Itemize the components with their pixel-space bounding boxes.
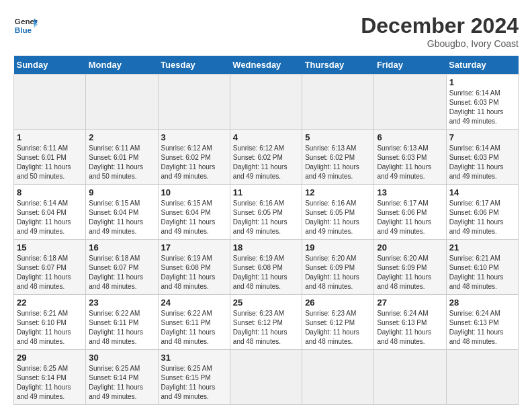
day-detail: Sunrise: 6:12 AMSunset: 6:02 PMDaylight:… <box>161 144 227 181</box>
calendar-table: SundayMondayTuesdayWednesdayThursdayFrid… <box>13 56 519 405</box>
calendar-cell: 29Sunrise: 6:25 AMSunset: 6:14 PMDayligh… <box>14 350 86 405</box>
day-detail: Sunrise: 6:13 AMSunset: 6:02 PMDaylight:… <box>305 144 371 181</box>
calendar-cell: 21Sunrise: 6:21 AMSunset: 6:10 PMDayligh… <box>446 240 518 295</box>
calendar-cell: 22Sunrise: 6:21 AMSunset: 6:10 PMDayligh… <box>14 295 86 350</box>
calendar-cell <box>446 350 518 405</box>
day-number: 19 <box>305 242 371 253</box>
day-number: 31 <box>161 353 227 363</box>
day-number: 1 <box>449 77 515 87</box>
calendar-cell: 5Sunrise: 6:13 AMSunset: 6:02 PMDaylight… <box>302 130 374 185</box>
calendar-cell: 25Sunrise: 6:23 AMSunset: 6:12 PMDayligh… <box>230 295 302 350</box>
day-number: 11 <box>233 187 299 197</box>
day-number: 17 <box>161 242 227 253</box>
calendar-cell: 3Sunrise: 6:12 AMSunset: 6:02 PMDaylight… <box>158 130 230 185</box>
calendar-cell: 11Sunrise: 6:16 AMSunset: 6:05 PMDayligh… <box>230 185 302 240</box>
day-number: 4 <box>233 132 299 142</box>
day-number: 18 <box>233 242 299 253</box>
day-number: 9 <box>89 187 154 197</box>
calendar-cell: 16Sunrise: 6:18 AMSunset: 6:07 PMDayligh… <box>86 240 158 295</box>
calendar-cell: 1Sunrise: 6:14 AMSunset: 6:03 PMDaylight… <box>446 75 518 130</box>
day-detail: Sunrise: 6:15 AMSunset: 6:04 PMDaylight:… <box>161 199 227 236</box>
calendar-cell <box>14 75 86 130</box>
calendar-cell: 7Sunrise: 6:14 AMSunset: 6:03 PMDaylight… <box>446 130 518 185</box>
week-row-2: 1Sunrise: 6:11 AMSunset: 6:01 PMDaylight… <box>14 130 519 185</box>
day-detail: Sunrise: 6:25 AMSunset: 6:14 PMDaylight:… <box>17 364 83 402</box>
week-row-4: 15Sunrise: 6:18 AMSunset: 6:07 PMDayligh… <box>14 240 519 295</box>
calendar-cell: 13Sunrise: 6:17 AMSunset: 6:06 PMDayligh… <box>374 185 446 240</box>
day-detail: Sunrise: 6:20 AMSunset: 6:09 PMDaylight:… <box>377 254 443 291</box>
calendar-cell: 12Sunrise: 6:16 AMSunset: 6:05 PMDayligh… <box>302 185 374 240</box>
calendar-cell: 4Sunrise: 6:12 AMSunset: 6:02 PMDaylight… <box>230 130 302 185</box>
weekday-header-monday: Monday <box>86 56 158 75</box>
day-detail: Sunrise: 6:13 AMSunset: 6:03 PMDaylight:… <box>377 144 443 181</box>
calendar-cell: 28Sunrise: 6:24 AMSunset: 6:13 PMDayligh… <box>446 295 518 350</box>
calendar-cell: 30Sunrise: 6:25 AMSunset: 6:14 PMDayligh… <box>86 350 158 405</box>
day-detail: Sunrise: 6:23 AMSunset: 6:12 PMDaylight:… <box>305 309 371 347</box>
day-detail: Sunrise: 6:25 AMSunset: 6:14 PMDaylight:… <box>89 364 154 402</box>
day-detail: Sunrise: 6:21 AMSunset: 6:10 PMDaylight:… <box>449 254 515 291</box>
calendar-cell: 17Sunrise: 6:19 AMSunset: 6:08 PMDayligh… <box>158 240 230 295</box>
calendar-cell: 15Sunrise: 6:18 AMSunset: 6:07 PMDayligh… <box>14 240 86 295</box>
day-number: 27 <box>377 298 443 308</box>
day-number: 1 <box>17 132 83 142</box>
day-detail: Sunrise: 6:16 AMSunset: 6:05 PMDaylight:… <box>305 199 371 236</box>
weekday-header-thursday: Thursday <box>302 56 374 75</box>
weekday-header-row: SundayMondayTuesdayWednesdayThursdayFrid… <box>14 56 519 75</box>
calendar-cell: 1Sunrise: 6:11 AMSunset: 6:01 PMDaylight… <box>14 130 86 185</box>
day-detail: Sunrise: 6:18 AMSunset: 6:07 PMDaylight:… <box>89 254 154 291</box>
day-number: 7 <box>449 132 515 142</box>
week-row-5: 22Sunrise: 6:21 AMSunset: 6:10 PMDayligh… <box>14 295 519 350</box>
calendar-cell: 31Sunrise: 6:25 AMSunset: 6:15 PMDayligh… <box>158 350 230 405</box>
calendar-cell <box>230 75 302 130</box>
day-detail: Sunrise: 6:14 AMSunset: 6:04 PMDaylight:… <box>17 199 83 236</box>
day-detail: Sunrise: 6:12 AMSunset: 6:02 PMDaylight:… <box>233 144 299 181</box>
calendar-cell: 26Sunrise: 6:23 AMSunset: 6:12 PMDayligh… <box>302 295 374 350</box>
calendar-cell: 27Sunrise: 6:24 AMSunset: 6:13 PMDayligh… <box>374 295 446 350</box>
day-number: 29 <box>17 353 83 363</box>
day-number: 3 <box>161 132 227 142</box>
day-detail: Sunrise: 6:11 AMSunset: 6:01 PMDaylight:… <box>89 144 154 181</box>
calendar-cell: 6Sunrise: 6:13 AMSunset: 6:03 PMDaylight… <box>374 130 446 185</box>
week-row-1: 1Sunrise: 6:14 AMSunset: 6:03 PMDaylight… <box>14 75 519 130</box>
day-number: 26 <box>305 298 371 308</box>
week-row-6: 29Sunrise: 6:25 AMSunset: 6:14 PMDayligh… <box>14 350 519 405</box>
logo-icon: General Blue <box>13 13 38 38</box>
weekday-header-wednesday: Wednesday <box>230 56 302 75</box>
day-detail: Sunrise: 6:24 AMSunset: 6:13 PMDaylight:… <box>449 309 515 347</box>
day-detail: Sunrise: 6:15 AMSunset: 6:04 PMDaylight:… <box>89 199 154 236</box>
weekday-header-friday: Friday <box>374 56 446 75</box>
day-detail: Sunrise: 6:14 AMSunset: 6:03 PMDaylight:… <box>449 89 515 126</box>
title-block: December 2024 Gbougbo, Ivory Coast <box>361 13 519 49</box>
calendar-cell <box>158 75 230 130</box>
day-number: 10 <box>161 187 227 197</box>
day-detail: Sunrise: 6:14 AMSunset: 6:03 PMDaylight:… <box>449 144 515 181</box>
day-detail: Sunrise: 6:16 AMSunset: 6:05 PMDaylight:… <box>233 199 299 236</box>
day-detail: Sunrise: 6:11 AMSunset: 6:01 PMDaylight:… <box>17 144 83 181</box>
day-number: 16 <box>89 242 154 253</box>
calendar-cell: 23Sunrise: 6:22 AMSunset: 6:11 PMDayligh… <box>86 295 158 350</box>
day-detail: Sunrise: 6:21 AMSunset: 6:10 PMDaylight:… <box>17 309 83 347</box>
day-detail: Sunrise: 6:17 AMSunset: 6:06 PMDaylight:… <box>449 199 515 236</box>
day-number: 2 <box>89 132 154 142</box>
day-number: 22 <box>17 298 83 308</box>
day-detail: Sunrise: 6:23 AMSunset: 6:12 PMDaylight:… <box>233 309 299 347</box>
calendar-cell <box>302 75 374 130</box>
calendar-cell <box>374 75 446 130</box>
calendar-cell <box>86 75 158 130</box>
logo: General Blue <box>13 13 38 38</box>
calendar-cell: 18Sunrise: 6:19 AMSunset: 6:08 PMDayligh… <box>230 240 302 295</box>
calendar-cell <box>374 350 446 405</box>
page-header: General Blue December 2024 Gbougbo, Ivor… <box>13 13 519 49</box>
calendar-cell: 9Sunrise: 6:15 AMSunset: 6:04 PMDaylight… <box>86 185 158 240</box>
day-number: 28 <box>449 298 515 308</box>
calendar-cell: 20Sunrise: 6:20 AMSunset: 6:09 PMDayligh… <box>374 240 446 295</box>
week-row-3: 8Sunrise: 6:14 AMSunset: 6:04 PMDaylight… <box>14 185 519 240</box>
day-detail: Sunrise: 6:22 AMSunset: 6:11 PMDaylight:… <box>161 309 227 347</box>
calendar-cell: 8Sunrise: 6:14 AMSunset: 6:04 PMDaylight… <box>14 185 86 240</box>
day-detail: Sunrise: 6:18 AMSunset: 6:07 PMDaylight:… <box>17 254 83 291</box>
day-number: 21 <box>449 242 515 253</box>
day-number: 6 <box>377 132 443 142</box>
weekday-header-sunday: Sunday <box>14 56 86 75</box>
day-number: 5 <box>305 132 371 142</box>
day-number: 25 <box>233 298 299 308</box>
